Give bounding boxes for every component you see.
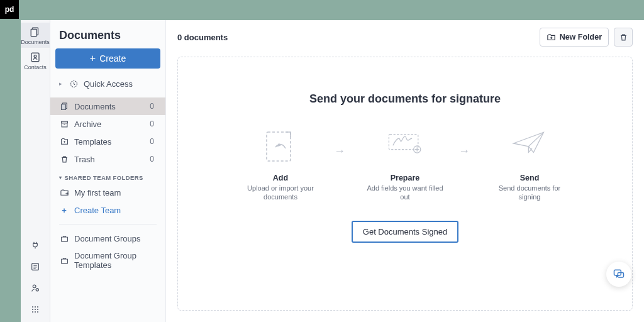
plug-icon[interactable] <box>30 240 40 250</box>
step-add: Add Upload or import your documents <box>240 128 321 202</box>
rail-contacts-label: Contacts <box>24 64 47 70</box>
svg-rect-28 <box>61 259 67 264</box>
clock-icon <box>69 79 79 89</box>
step-add-desc: Upload or import your documents <box>240 184 321 202</box>
chevron-down-icon: ▾ <box>59 175 62 180</box>
svg-rect-32 <box>389 135 418 150</box>
document-groups[interactable]: Document Groups <box>50 230 165 247</box>
step-send-title: Send <box>520 174 540 182</box>
create-button[interactable]: + Create <box>55 48 160 69</box>
rail-documents-label: Documents <box>21 39 50 45</box>
sidebar-title: Documents <box>50 29 165 48</box>
documents-icon <box>30 26 41 38</box>
documents-icon <box>59 101 69 111</box>
arrow-icon: → <box>458 145 476 158</box>
templates-icon <box>59 136 69 147</box>
folder-label: Archive <box>74 119 101 129</box>
svg-point-10 <box>32 306 33 308</box>
shared-folders-header[interactable]: ▾ SHARED TEAM FOLDERS <box>50 168 165 184</box>
quick-access-row[interactable]: ▸ Quick Access <box>50 75 165 92</box>
step-add-title: Add <box>273 174 288 182</box>
get-documents-signed-button[interactable]: Get Documents Signed <box>352 221 458 243</box>
document-count: 0 documents <box>177 33 228 42</box>
folder-count: 0 <box>150 102 157 111</box>
new-folder-label: New Folder <box>560 33 602 42</box>
toolbar-trash-button[interactable] <box>614 28 633 47</box>
svg-point-14 <box>35 309 36 310</box>
svg-point-8 <box>33 285 36 288</box>
user-settings-icon[interactable] <box>30 283 40 293</box>
folder-templates[interactable]: Templates 0 <box>50 133 165 150</box>
quick-access-label: Quick Access <box>84 79 133 89</box>
chat-icon <box>613 268 625 280</box>
document-groups-label: Document Groups <box>74 234 141 243</box>
new-folder-button[interactable]: New Folder <box>540 28 609 47</box>
team-row[interactable]: My first team <box>50 184 165 201</box>
svg-point-18 <box>37 311 38 313</box>
briefcase-icon <box>59 233 69 243</box>
svg-point-17 <box>35 311 36 313</box>
svg-rect-23 <box>62 123 67 126</box>
sidebar: Documents + Create ▸ Quick Access Docume… <box>50 20 166 322</box>
new-folder-icon <box>547 33 556 42</box>
app-logo: pd <box>0 0 19 19</box>
document-group-templates[interactable]: Document Group Templates <box>50 247 165 274</box>
team-folder-icon <box>59 187 69 197</box>
contacts-icon <box>30 52 41 63</box>
folder-trash[interactable]: Trash 0 <box>50 150 165 168</box>
svg-point-9 <box>36 289 38 291</box>
step-prepare-desc: Add fields you want filled out <box>364 184 446 202</box>
arrow-icon: → <box>334 145 352 158</box>
topbar: 0 documents New Folder <box>166 20 644 54</box>
step-send-desc: Send documents for signing <box>489 184 570 202</box>
archive-icon <box>59 119 69 129</box>
add-document-icon <box>260 128 301 165</box>
apps-icon[interactable] <box>30 304 40 314</box>
list-icon[interactable] <box>30 262 40 272</box>
caret-icon: ▸ <box>59 80 62 87</box>
create-team-label: Create Team <box>74 206 121 215</box>
svg-point-3 <box>34 55 36 58</box>
team-label: My first team <box>74 188 121 197</box>
step-send: Send Send documents for signing <box>489 128 570 202</box>
folder-count: 0 <box>150 137 157 146</box>
svg-rect-27 <box>61 237 67 242</box>
prepare-signature-icon <box>385 128 425 165</box>
svg-point-11 <box>35 306 36 308</box>
folder-archive[interactable]: Archive 0 <box>50 115 165 133</box>
svg-point-15 <box>37 309 38 310</box>
empty-title: Send your documents for signature <box>309 92 501 106</box>
rail-documents[interactable]: Documents <box>21 23 50 48</box>
svg-rect-31 <box>267 132 291 161</box>
document-group-templates-label: Document Group Templates <box>74 251 157 270</box>
trash-icon <box>619 33 628 42</box>
svg-point-16 <box>32 311 33 313</box>
svg-point-13 <box>32 309 33 310</box>
folder-label: Documents <box>74 102 116 111</box>
svg-point-12 <box>37 306 38 308</box>
help-chat-button[interactable] <box>606 262 631 287</box>
step-prepare-title: Prepare <box>391 174 420 182</box>
rail-contacts[interactable]: Contacts <box>21 48 50 73</box>
create-team-button[interactable]: + Create Team <box>50 201 165 219</box>
nav-rail: Documents Contacts <box>21 20 50 322</box>
step-prepare: Prepare Add fields you want filled out <box>364 128 446 202</box>
folder-count: 0 <box>150 119 157 128</box>
shared-folders-label: SHARED TEAM FOLDERS <box>64 174 143 181</box>
main-area: 0 documents New Folder Send your documen… <box>166 20 644 322</box>
trash-icon <box>59 154 69 164</box>
briefcase-icon <box>59 255 69 265</box>
create-button-label: Create <box>99 53 126 64</box>
plus-icon: + <box>59 205 69 215</box>
send-plane-icon <box>509 128 550 165</box>
folder-label: Templates <box>74 137 111 147</box>
divider <box>59 224 157 225</box>
folder-documents[interactable]: Documents 0 <box>50 97 165 115</box>
plus-icon: + <box>90 53 96 64</box>
folder-count: 0 <box>150 155 157 164</box>
folder-label: Trash <box>74 155 95 164</box>
empty-state: Send your documents for signature Add Up… <box>177 57 633 311</box>
onboarding-steps: Add Upload or import your documents → Pr… <box>240 128 570 202</box>
app-window: Documents Contacts Documents + Create ▸ … <box>21 20 644 322</box>
svg-rect-21 <box>61 104 65 109</box>
